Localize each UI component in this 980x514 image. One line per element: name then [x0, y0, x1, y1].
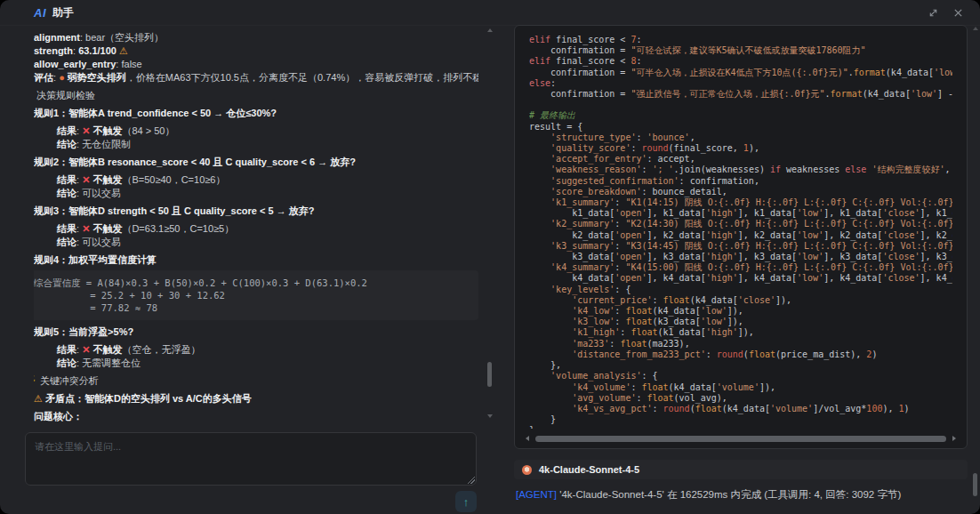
- code-line: # 最终输出: [529, 110, 952, 121]
- text-segment: : 可以交易: [76, 237, 121, 247]
- text-segment: （B=50≥40，C=10≥6）: [122, 174, 225, 185]
- text-segment: alignment: [34, 32, 80, 43]
- code-line: 'ma233': float(ma233),: [529, 339, 952, 349]
- rule-2-title: 规则2：智能体B resonance_score < 40 且 C qualit…: [34, 156, 478, 168]
- code-line: 'accept_for_entry': accept,: [529, 154, 952, 165]
- question-input[interactable]: [25, 432, 477, 486]
- code-block: elif final_score < 7: confirmation = "可轻…: [514, 25, 968, 449]
- code-line: 'k2_summary': "K2(14:30) 阳线 O:{:.0f} H:{…: [529, 219, 952, 229]
- text-segment: : 无需调整仓位: [76, 357, 141, 368]
- text-segment: 不触发: [92, 223, 122, 234]
- code-line: 'k1_summary': "K1(14:15) 阴线 O:{:.0f} H:{…: [529, 197, 952, 208]
- arrow-up-icon: ↑: [463, 495, 470, 509]
- scroll-up-icon[interactable]: [487, 28, 493, 32]
- text-segment: 结论: [57, 357, 76, 368]
- left-scrollbar-thumb[interactable]: [487, 362, 492, 387]
- code-line: 'k3_low': float(k3_data['low']),: [529, 317, 952, 327]
- text-segment: （空仓，无浮盈）: [122, 344, 200, 355]
- text-segment: 结果: [57, 344, 76, 355]
- code-line: 'distance_from_ma233_pct': round(float(p…: [529, 349, 952, 360]
- app-window: AI 助手 alignment: bear（空头排列）strength: 63.…: [0, 0, 980, 514]
- text-segment: （D=63.1≥50，C=10≥5）: [122, 223, 234, 234]
- text-segment: 规则2：智能体B resonance_score < 40 且 C qualit…: [34, 157, 356, 167]
- scroll-down-icon[interactable]: [487, 414, 493, 418]
- code-line: k4_data['open'], k4_data['high'], k4_dat…: [529, 273, 952, 284]
- warning-icon: ⚠: [119, 45, 128, 56]
- text-segment: 决策规则检验: [34, 90, 95, 100]
- model-row: 4k-Claude-Sonnet-4-5: [514, 460, 968, 479]
- text-segment: 结果: [57, 174, 76, 185]
- text-segment: : false: [116, 59, 141, 69]
- code-line: 'k4_low': float(k4_data['low']),: [529, 306, 952, 317]
- text-segment: : bear（空头排列）: [80, 32, 164, 43]
- text-segment: 不触发: [92, 174, 122, 185]
- orange-dot-icon: ●: [59, 72, 65, 83]
- text-segment: 63.1/100: [78, 45, 116, 56]
- agent-status-text: '4k-Claude-Sonnet-4-5' 在 162529ms 内完成 (工…: [557, 489, 901, 500]
- code-content: elif final_score < 7: confirmation = "可轻…: [529, 35, 952, 429]
- code-hscrollbar[interactable]: [526, 435, 956, 442]
- rule-3-title: 规则3：智能体D strength < 50 且 C quality_score…: [34, 205, 478, 217]
- text-segment: 评估: [34, 72, 53, 83]
- code-line: confirmation = "可轻仓试探，建议等K5确认不破低或放量突破178…: [529, 45, 952, 56]
- code-line: confirmation = "可半仓入场，止损设在K4低点下方10点({:.0…: [529, 68, 952, 78]
- text-segment: 结果: [57, 223, 76, 234]
- text-segment: 不触发: [92, 344, 122, 355]
- code-line: k2_data['open'], k2_data['high'], k2_dat…: [529, 230, 952, 241]
- code-line: confirmation = "强止跌信号，可正常仓位入场，止损{:.0f}元"…: [529, 89, 952, 100]
- code-line: 'k4_summary': "K4(15:00) 阳线 O:{:.0f} H:{…: [529, 262, 952, 273]
- code-line: 'k4_vs_avg_pct': round(float(k4_data['vo…: [529, 404, 952, 414]
- rule-1-conclusion: 结论: 无仓位限制: [34, 138, 478, 150]
- text-segment: 结果: [57, 125, 76, 136]
- close-icon[interactable]: [950, 4, 966, 20]
- text-segment: （84 > 50）: [122, 125, 174, 136]
- model-status-icon: [522, 465, 532, 475]
- input-area: [25, 432, 477, 486]
- code-line: 'current_price': float(k4_data['close'])…: [529, 295, 952, 306]
- warning-icon: ⚠: [34, 393, 43, 404]
- rule-2-conclusion: 结论: 可以交易: [34, 187, 478, 199]
- right-scroll-up-icon[interactable]: [973, 27, 978, 30]
- x-mark-icon: ✕: [82, 174, 90, 185]
- code-line: },: [529, 360, 952, 371]
- code-line: }: [529, 414, 952, 425]
- rule-1-title: 规则1：智能体A trend_confidence < 50 → 仓位≤30%?: [34, 107, 478, 119]
- text-segment: 问题核心：: [34, 411, 83, 422]
- code-line: 'k1_high': float(k1_data['high']),: [529, 327, 952, 338]
- chat-panel: alignment: bear（空头排列）strength: 63.1/100 …: [0, 25, 498, 514]
- rule-5-conclusion: 结论: 无需调整仓位: [34, 357, 478, 369]
- text-segment: 关键冲突分析: [37, 375, 99, 386]
- code-hscrollbar-thumb[interactable]: [535, 436, 946, 442]
- text-segment: : 可以交易: [76, 188, 121, 198]
- code-line: 'avg_volume': float(vol_avg),: [529, 393, 952, 404]
- agent-status: [AGENT] '4k-Claude-Sonnet-4-5' 在 162529m…: [516, 488, 968, 502]
- right-scrollbar-thumb[interactable]: [973, 473, 977, 496]
- scroll-right-icon[interactable]: [952, 436, 956, 441]
- rule-5-result: 结果: ✕ 不触发（空仓，无浮盈）: [34, 343, 478, 356]
- agent-tag: [AGENT]: [516, 489, 557, 500]
- text-segment: 规则1：智能体A trend_confidence < 50 → 仓位≤30%?: [34, 108, 277, 118]
- scroll-left-icon[interactable]: [526, 436, 529, 441]
- send-button[interactable]: ↑: [455, 491, 477, 512]
- left-scrollbar[interactable]: [487, 28, 493, 418]
- right-scrollbar[interactable]: [973, 27, 978, 509]
- titlebar: AI 助手: [0, 0, 980, 26]
- code-line: 'score_breakdown': bounce_detail,: [529, 187, 952, 197]
- rule-3-conclusion: 结论: 可以交易: [34, 236, 478, 248]
- rule-3-result: 结果: ✕ 不触发（D=63.1≥50，C=10≥5）: [34, 222, 478, 235]
- conflict-point: ⚠ 矛盾点：智能体D的空头排列 vs A/C的多头信号: [34, 392, 478, 405]
- rule-5-title: 规则5：当前浮盈>5%?: [34, 325, 478, 338]
- text-segment: 结论: [57, 237, 76, 247]
- collapse-icon[interactable]: [925, 4, 941, 20]
- field-strength: strength: 63.1/100 ⚠: [34, 44, 478, 57]
- code-line: }: [529, 425, 952, 429]
- code-line: 'quality_score': round(final_score, 1),: [529, 143, 952, 154]
- text-segment: 结论: [57, 139, 76, 149]
- text-segment: 不触发: [92, 125, 122, 136]
- code-line: 'volume_analysis': {: [529, 371, 952, 381]
- resize-handle-icon[interactable]: [467, 476, 475, 484]
- code-line: k3_data['open'], k3_data['high'], k3_dat…: [529, 252, 952, 262]
- section-conflict: ⚡ 关键冲突分析: [34, 374, 478, 387]
- code-line: elif final_score < 7:: [529, 35, 952, 45]
- problem-core: 问题核心：: [34, 410, 478, 422]
